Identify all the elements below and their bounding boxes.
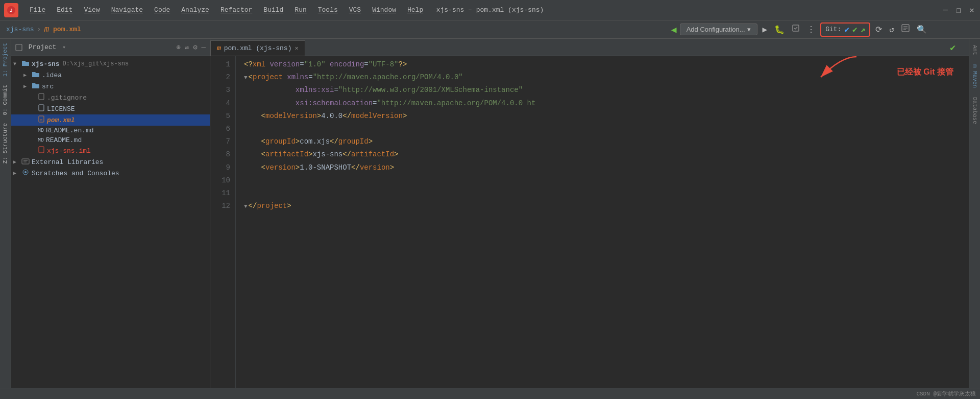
fold-icon-2[interactable]: ▼ [244, 73, 248, 83]
line-num-3: 3 [210, 84, 230, 97]
right-vertical-tabs: Ant m Maven Database [969, 39, 980, 399]
code-line-10 [244, 174, 961, 187]
vcs-menu-icon[interactable] [899, 23, 912, 36]
menu-navigate[interactable]: Navigate [106, 4, 148, 16]
code-line-4: xsi:schemaLocation="http://maven.apache.… [244, 97, 961, 110]
menu-window[interactable]: Window [367, 4, 401, 16]
panel-minimize-icon[interactable]: — [202, 43, 206, 52]
menu-refactor[interactable]: Refactor [215, 4, 257, 16]
panel-settings-icon[interactable]: ⚙ [193, 43, 197, 52]
debug-button[interactable]: 🐛 [772, 24, 787, 36]
add-config-dropdown-icon: ▾ [747, 26, 751, 33]
menu-code[interactable]: Code [149, 4, 175, 16]
tab-bar: m pom.xml (xjs-sns) ✕ [210, 39, 969, 56]
line-num-2: 2 [210, 71, 230, 84]
close-button[interactable]: ✕ [968, 6, 976, 14]
svg-rect-9 [39, 105, 44, 111]
tree-label-xjs-sns: xjs-sns [32, 60, 60, 68]
menu-analyze[interactable]: Analyze [176, 4, 214, 16]
menu-view[interactable]: View [79, 4, 105, 16]
file-tree: ▼ xjs-sns D:\xjs_git\xjs-sns ▶ .idea ▶ [11, 56, 210, 399]
tree-item-license[interactable]: LICENSE [11, 103, 210, 114]
menu-run[interactable]: Run [289, 4, 311, 16]
tree-arrow-idea: ▶ [23, 72, 32, 78]
tree-label-idea: .idea [42, 72, 62, 79]
panel-add-icon[interactable]: ⊕ [176, 43, 180, 52]
tree-item-ext-libs[interactable]: ▶ External Libraries [11, 156, 210, 168]
breadcrumb-file[interactable]: pom.xml [53, 26, 81, 33]
panel-split-icon[interactable]: ⇌ [185, 43, 189, 52]
scratches-icon [21, 169, 30, 178]
git-check-blue-icon[interactable]: ✔ [844, 25, 849, 35]
maven-panel-tab[interactable]: m Maven [970, 60, 979, 92]
status-bar: CSDN @要学就学灰太狼 [0, 388, 980, 399]
tree-item-xjs-sns[interactable]: ▼ xjs-sns D:\xjs_git\xjs-sns [11, 58, 210, 69]
git-check-green-icon[interactable]: ✔ [852, 25, 857, 35]
line-num-12: 12 [210, 200, 230, 213]
git-push-icon[interactable]: ↗ [861, 25, 866, 35]
svg-text:J: J [10, 8, 13, 14]
code-line-7: <groupId>com.xjs</groupId> [244, 135, 961, 148]
tree-label-ext-libs: External Libraries [32, 158, 103, 166]
line-num-1: 1 [210, 58, 230, 71]
more-run-icon[interactable]: ⋮ [805, 24, 817, 36]
svg-rect-12 [39, 147, 44, 153]
tree-item-src[interactable]: ▶ src [11, 81, 210, 92]
line-num-5: 5 [210, 110, 230, 123]
code-line-8: <artifactId>xjs-sns</artifactId> [244, 148, 961, 161]
menu-file[interactable]: File [24, 4, 51, 16]
menu-build[interactable]: Build [258, 4, 288, 16]
editor-tab-pom[interactable]: m pom.xml (xjs-sns) ✕ [210, 40, 305, 56]
menu-tools[interactable]: Tools [313, 4, 343, 16]
coverage-button[interactable] [790, 23, 802, 36]
tab-close-button[interactable]: ✕ [295, 44, 298, 52]
line-num-8: 8 [210, 148, 230, 161]
code-line-11 [244, 187, 961, 200]
menu-edit[interactable]: Edit [52, 4, 78, 16]
tree-item-iml[interactable]: xjs-sns.iml [11, 145, 210, 156]
tree-label-readme: README.md [46, 136, 82, 144]
tab-label-pom: pom.xml (xjs-sns) [224, 44, 292, 52]
code-line-5: <modelVersion>4.0.0</modelVersion> [244, 110, 961, 123]
svg-rect-8 [39, 93, 44, 100]
maximize-button[interactable]: ❐ [954, 6, 963, 14]
breadcrumb-sep1: › [37, 26, 41, 33]
search-icon[interactable]: 🔍 [915, 24, 929, 36]
line-num-9: 9 [210, 161, 230, 174]
code-line-6 [244, 123, 961, 135]
run-button[interactable]: ▶ [761, 24, 770, 36]
git-section: Git: ✔ ✔ ↗ [820, 22, 870, 37]
svg-rect-13 [22, 159, 29, 164]
fold-icon-12[interactable]: ▼ [244, 202, 248, 212]
tree-item-readme[interactable]: MD README.md [11, 135, 210, 145]
window-title: xjs-sns – pom.xml (xjs-sns) [436, 6, 544, 14]
tree-item-gitignore[interactable]: .gitignore [11, 92, 210, 103]
commit-panel-tab[interactable]: 0: Commit [0, 81, 11, 119]
code-area[interactable]: <?xml version="1.0" encoding="UTF-8"?> ▼… [236, 56, 969, 399]
tree-label-iml: xjs-sns.iml [47, 147, 91, 155]
back-arrow-icon[interactable]: ◀ [671, 24, 677, 35]
tree-arrow-ext-libs: ▶ [13, 159, 21, 165]
database-panel-tab[interactable]: Database [970, 93, 979, 128]
tree-label-src: src [42, 83, 54, 90]
structure-panel-tab[interactable]: Z: Structure [0, 119, 11, 168]
history-icon[interactable]: ⟳ [873, 24, 884, 36]
revert-icon[interactable]: ↺ [887, 24, 896, 36]
project-panel-header: Project ▾ ⊕ ⇌ ⚙ — [11, 39, 210, 56]
ant-panel-tab[interactable]: Ant [970, 41, 979, 59]
breadcrumb-project[interactable]: xjs-sns [6, 26, 34, 33]
menu-help[interactable]: Help [402, 4, 428, 16]
line-num-10: 10 [210, 174, 230, 187]
ext-libs-icon [21, 157, 30, 167]
add-configuration-button[interactable]: Add Configuration... ▾ [680, 24, 757, 35]
tree-item-scratches[interactable]: ▶ Scratches and Consoles [11, 168, 210, 179]
menu-vcs[interactable]: VCS [344, 4, 366, 16]
code-line-12: ▼</project> [244, 200, 961, 213]
tree-item-pom-xml[interactable]: m pom.xml [11, 114, 210, 126]
project-panel-tab[interactable]: 1: Project [0, 39, 11, 81]
minimize-button[interactable]: — [941, 6, 949, 14]
status-right: CSDN @要学就学灰太狼 [916, 390, 976, 397]
file-pom-icon: m [38, 115, 45, 125]
tree-item-readme-en[interactable]: MD README.en.md [11, 126, 210, 135]
tree-item-idea[interactable]: ▶ .idea [11, 69, 210, 81]
